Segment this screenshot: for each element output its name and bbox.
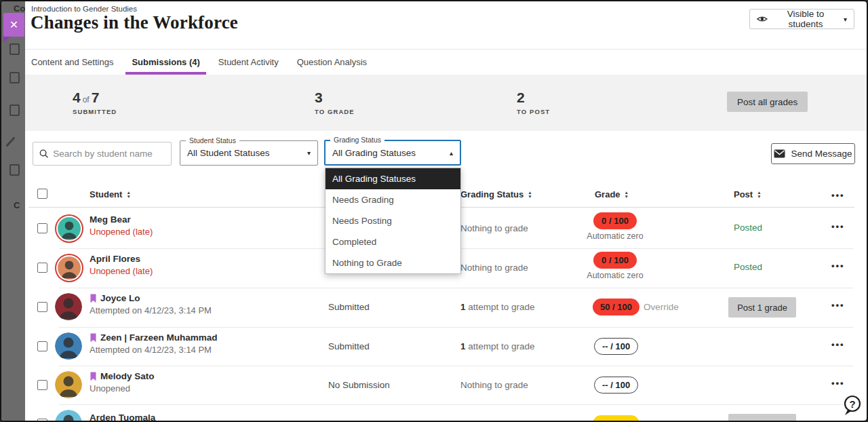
- help-button[interactable]: ?: [841, 394, 863, 419]
- student-name[interactable]: Joyce Lo: [100, 293, 140, 303]
- post-grade-button[interactable]: Post 1 grade: [728, 414, 796, 422]
- avatar: [58, 256, 81, 280]
- row-checkbox[interactable]: [37, 380, 47, 390]
- grading-status-cell: 1 attempt to grade: [460, 302, 535, 312]
- column-header-post[interactable]: Post▲▼: [734, 189, 762, 199]
- tab-student-activity[interactable]: Student Activity: [218, 50, 279, 75]
- submission-status-text: Unopened (late): [90, 227, 153, 237]
- grade-pill[interactable]: -- / 100: [594, 338, 638, 355]
- student-name[interactable]: Melody Sato: [100, 371, 155, 381]
- row-menu-icon[interactable]: •••: [831, 300, 845, 310]
- column-header-grading-status[interactable]: Grading Status▲▼: [460, 189, 532, 199]
- menu-item-needs-grading[interactable]: Needs Grading: [326, 189, 460, 210]
- avatar: [55, 371, 82, 398]
- pencil-icon[interactable]: [5, 136, 15, 147]
- stat-to-post: 2 TO POST: [517, 90, 550, 115]
- grade-pill[interactable]: 0 / 100: [593, 252, 637, 269]
- tab-bar: Content and Settings Submissions (4) Stu…: [31, 50, 367, 75]
- grade-pill[interactable]: 0 / 100: [593, 212, 637, 229]
- row-menu-icon[interactable]: •••: [831, 261, 845, 271]
- menu-item-completed[interactable]: Completed: [326, 231, 460, 252]
- grading-status-header-label: Grading Status: [460, 189, 524, 199]
- submitted-label: SUBMITTED: [73, 108, 117, 115]
- grading-status-cell: Nothing to grade: [460, 380, 528, 390]
- menu-item-all-grading-statuses[interactable]: All Grading Statuses: [326, 168, 460, 189]
- to-grade-count: 3: [315, 90, 355, 106]
- table-row: Arden Tuomala Submitted Nothing to grade…: [1, 404, 867, 422]
- row-menu-icon[interactable]: •••: [831, 221, 845, 231]
- column-header-grade[interactable]: Grade▲▼: [595, 189, 629, 199]
- code-panel-icon[interactable]: [9, 72, 20, 83]
- send-message-label: Send Message: [791, 149, 852, 159]
- grade-pill[interactable]: -- / 100: [594, 377, 638, 394]
- tab-content-and-settings[interactable]: Content and Settings: [31, 50, 113, 75]
- row-checkbox[interactable]: [37, 341, 47, 351]
- post-header-label: Post: [734, 189, 753, 199]
- menu-item-needs-posting[interactable]: Needs Posting: [326, 210, 460, 231]
- envelope-icon: [774, 149, 785, 158]
- help-icon: ?: [841, 394, 863, 417]
- row-checkbox[interactable]: [37, 223, 47, 233]
- submitted-total: 7: [92, 90, 100, 105]
- submission-cell: Submitted: [328, 302, 370, 312]
- grade-cell: 0 / 100Automatic zero: [571, 252, 659, 280]
- tab-question-analysis[interactable]: Question Analysis: [297, 50, 367, 75]
- row-checkbox[interactable]: [37, 302, 47, 312]
- avatar: [55, 410, 82, 422]
- search-input[interactable]: [53, 149, 165, 159]
- submission-status-text: Attempted on 4/12/23, 3:14 PM: [90, 345, 212, 355]
- grade-note: Automatic zero: [571, 231, 659, 241]
- menu-item-nothing-to-grade[interactable]: Nothing to Grade: [326, 252, 460, 273]
- post-all-grades-button[interactable]: Post all grades: [727, 92, 808, 112]
- column-header-student[interactable]: Student▲▼: [90, 189, 131, 199]
- post-grade-button[interactable]: Post 1 grade: [728, 297, 796, 318]
- close-button-fold: [3, 37, 10, 43]
- grade-pill[interactable]: 70 / 100: [593, 415, 639, 422]
- notes-icon[interactable]: [9, 164, 20, 176]
- app-window: Co C ✕ Introduction to Gender Studies Ch…: [0, 0, 868, 422]
- avatar: [58, 217, 81, 240]
- submission-cell: No Submission: [328, 380, 390, 390]
- bookmark-icon: [90, 333, 97, 343]
- bookmark-icon: [90, 294, 97, 303]
- bookmark-icon: [90, 372, 97, 381]
- search-icon: [39, 149, 48, 159]
- row-menu-icon[interactable]: •••: [831, 339, 845, 349]
- student-name[interactable]: Arden Tuomala: [90, 413, 155, 422]
- chevron-down-icon: ▾: [307, 149, 311, 157]
- student-status-label: Student Status: [186, 136, 239, 145]
- send-message-button[interactable]: Send Message: [771, 143, 855, 164]
- grading-status-menu: All Grading Statuses Needs Grading Needs…: [325, 168, 461, 274]
- submission-status-text: Unopened (late): [90, 266, 153, 276]
- grading-status-label: Grading Status: [330, 136, 384, 144]
- grade-cell: 0 / 100Automatic zero: [571, 212, 659, 241]
- svg-text:?: ?: [849, 398, 855, 410]
- student-name[interactable]: April Flores: [90, 254, 140, 264]
- tab-submissions[interactable]: Submissions (4): [132, 50, 199, 75]
- to-grade-label: TO GRADE: [315, 108, 355, 115]
- eye-icon: [757, 14, 768, 24]
- table-row: Zeen | Farzeen Muhammad Attempted on 4/1…: [1, 327, 867, 366]
- grade-pill[interactable]: 50 / 100: [593, 299, 639, 315]
- close-panel-button[interactable]: ✕: [3, 13, 24, 37]
- stat-submitted: 4of7 SUBMITTED: [73, 90, 117, 115]
- close-icon: ✕: [9, 19, 18, 31]
- submitted-count: 4: [73, 90, 81, 105]
- row-menu-icon[interactable]: •••: [831, 378, 845, 388]
- visibility-button[interactable]: Visible to students ▾: [749, 9, 854, 29]
- submission-status-text: Unopened: [90, 383, 130, 394]
- submission-status-text: Attempted on 4/12/23, 3:14 PM: [90, 305, 212, 315]
- select-all-checkbox[interactable]: [37, 189, 47, 199]
- submission-cell: Submitted: [328, 341, 370, 351]
- student-name[interactable]: Zeen | Farzeen Muhammad: [100, 332, 218, 343]
- grading-status-cell: Nothing to grade: [460, 263, 528, 273]
- row-checkbox[interactable]: [37, 263, 47, 273]
- avatar: [55, 332, 82, 360]
- grade-header-label: Grade: [595, 189, 620, 199]
- gradebook-icon[interactable]: [9, 104, 20, 116]
- document-icon[interactable]: [9, 43, 20, 55]
- row-checkbox[interactable]: [37, 419, 47, 422]
- sort-icon: ▲▼: [625, 191, 629, 198]
- student-name[interactable]: Meg Bear: [90, 214, 131, 225]
- table-options-icon[interactable]: •••: [831, 190, 845, 200]
